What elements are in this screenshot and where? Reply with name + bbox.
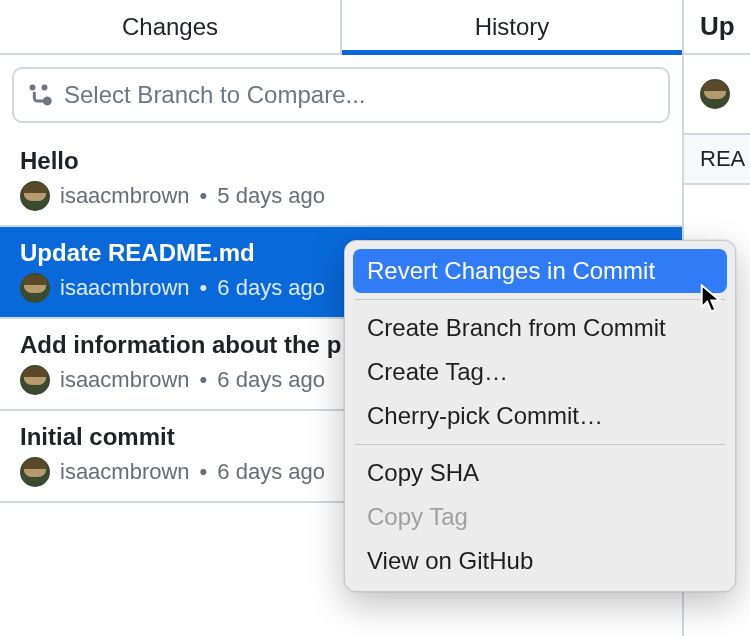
context-menu-item[interactable]: Copy SHA	[353, 451, 727, 495]
avatar	[20, 181, 50, 211]
detail-title-text: Up	[700, 11, 735, 42]
commit-time: 6 days ago	[217, 367, 325, 393]
commit-author: isaacmbrown	[60, 183, 190, 209]
avatar	[20, 365, 50, 395]
commit-time: 5 days ago	[217, 183, 325, 209]
commit-meta: isaacmbrown•5 days ago	[20, 181, 662, 211]
context-menu-separator	[355, 299, 725, 300]
branch-compare-select[interactable]: Select Branch to Compare...	[12, 67, 670, 123]
commit-time: 6 days ago	[217, 275, 325, 301]
tab-changes[interactable]: Changes	[0, 0, 340, 53]
commit-time: 6 days ago	[217, 459, 325, 485]
commit-row[interactable]: Helloisaacmbrown•5 days ago	[0, 135, 682, 227]
meta-separator-icon: •	[200, 459, 208, 485]
commit-author: isaacmbrown	[60, 275, 190, 301]
avatar	[20, 457, 50, 487]
avatar	[20, 273, 50, 303]
branch-compare-placeholder: Select Branch to Compare...	[64, 81, 365, 109]
commit-author: isaacmbrown	[60, 367, 190, 393]
git-branch-icon	[28, 83, 52, 107]
detail-file-text: REA	[700, 146, 745, 172]
detail-title: Up	[684, 0, 750, 55]
context-menu-item[interactable]: View on GitHub	[353, 539, 727, 583]
commit-context-menu: Revert Changes in CommitCreate Branch fr…	[344, 240, 736, 592]
tabs: Changes History	[0, 0, 682, 55]
meta-separator-icon: •	[200, 275, 208, 301]
context-menu-item: Copy Tag	[353, 495, 727, 539]
tab-history[interactable]: History	[340, 0, 682, 53]
meta-separator-icon: •	[200, 183, 208, 209]
detail-author-row	[684, 55, 750, 135]
context-menu-item[interactable]: Create Branch from Commit	[353, 306, 727, 350]
detail-file-row[interactable]: REA	[684, 135, 750, 185]
context-menu-separator	[355, 444, 725, 445]
commit-author: isaacmbrown	[60, 459, 190, 485]
context-menu-item[interactable]: Cherry-pick Commit…	[353, 394, 727, 438]
meta-separator-icon: •	[200, 367, 208, 393]
context-menu-item[interactable]: Create Tag…	[353, 350, 727, 394]
avatar	[700, 79, 730, 109]
tab-history-label: History	[475, 13, 550, 41]
tab-changes-label: Changes	[122, 13, 218, 41]
context-menu-item[interactable]: Revert Changes in Commit	[353, 249, 727, 293]
commit-title: Hello	[20, 147, 662, 175]
